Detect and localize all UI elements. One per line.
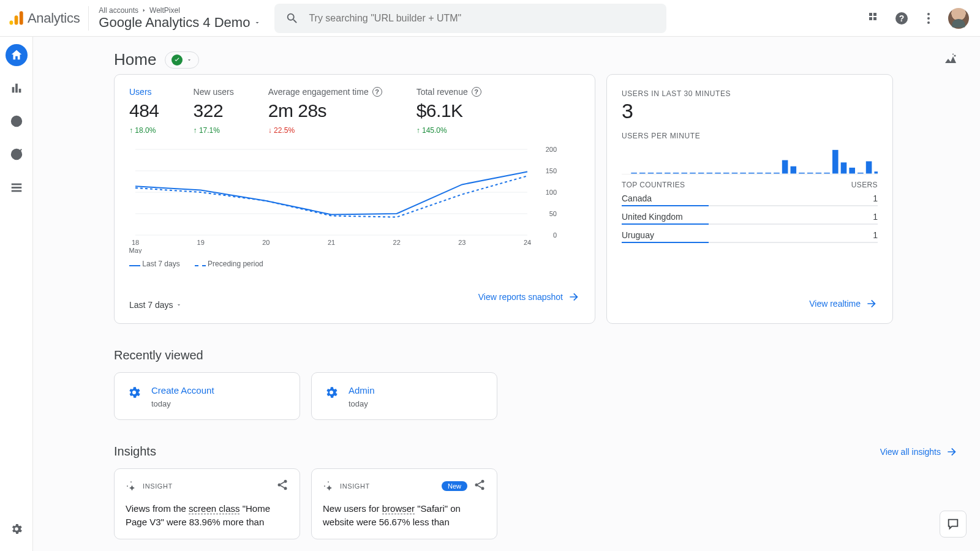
svg-rect-46 <box>673 173 679 173</box>
app-header: Analytics All accounts WeltPixel Google … <box>0 0 980 37</box>
svg-text:150: 150 <box>546 167 557 174</box>
country-row: Canada1 <box>622 189 878 205</box>
svg-point-81 <box>284 480 287 483</box>
svg-point-21 <box>954 54 956 56</box>
recently-viewed-card[interactable]: Admintoday <box>311 372 497 420</box>
nav-reports[interactable] <box>6 77 28 99</box>
chat-icon <box>946 517 960 531</box>
svg-rect-52 <box>723 173 729 173</box>
insight-card[interactable]: INSIGHT Views from the screen class "Hom… <box>114 468 300 539</box>
search-input[interactable] <box>309 13 655 24</box>
country-row: United Kingdom1 <box>622 208 878 223</box>
svg-text:22: 22 <box>393 239 401 246</box>
more-icon[interactable] <box>921 11 936 26</box>
rt-users-label: USERS IN LAST 30 MINUTES <box>622 89 878 98</box>
view-reports-snapshot-link[interactable]: View reports snapshot <box>478 291 580 303</box>
svg-rect-12 <box>12 87 14 92</box>
property-name: Google Analytics 4 Demo <box>99 15 250 31</box>
svg-rect-68 <box>832 173 839 173</box>
caret-down-icon <box>186 57 192 63</box>
svg-text:19: 19 <box>197 239 205 246</box>
insight-card[interactable]: INSIGHT New New users for browser "Safar… <box>311 468 497 539</box>
new-badge: New <box>442 481 467 491</box>
svg-rect-60 <box>782 173 788 173</box>
svg-rect-59 <box>782 160 788 173</box>
search-icon <box>285 12 299 25</box>
search-box[interactable] <box>274 4 666 33</box>
account-avatar[interactable] <box>948 8 969 29</box>
svg-rect-74 <box>866 161 872 173</box>
svg-text:0: 0 <box>553 231 557 239</box>
view-realtime-link[interactable]: View realtime <box>809 298 878 310</box>
page-title: Home <box>114 50 156 69</box>
svg-rect-62 <box>791 173 797 173</box>
svg-point-79 <box>130 481 132 482</box>
svg-text:20: 20 <box>262 239 270 246</box>
main-content: Home Users 484 ↑ 18.0%New users 322 ↑ 17… <box>33 37 980 551</box>
svg-rect-48 <box>690 173 696 173</box>
svg-text:?: ? <box>899 13 905 23</box>
svg-rect-43 <box>648 173 654 173</box>
svg-rect-65 <box>816 173 822 173</box>
svg-point-80 <box>127 485 128 487</box>
svg-point-82 <box>278 484 281 487</box>
svg-rect-13 <box>15 84 18 93</box>
svg-text:23: 23 <box>458 239 466 246</box>
svg-rect-45 <box>665 173 671 173</box>
svg-rect-54 <box>740 173 746 173</box>
nav-advertising[interactable] <box>6 143 28 165</box>
insights-sparkle-icon[interactable] <box>943 53 958 67</box>
svg-point-88 <box>475 484 478 487</box>
users-trend-chart: 05010015020018192021222324May <box>129 146 560 253</box>
svg-rect-71 <box>849 168 855 173</box>
recently-viewed-card[interactable]: Create Accounttoday <box>114 372 300 420</box>
nav-admin[interactable] <box>6 518 28 540</box>
svg-rect-66 <box>824 173 830 173</box>
svg-rect-61 <box>791 167 797 173</box>
svg-rect-49 <box>698 173 704 173</box>
users-per-minute-chart <box>622 146 878 174</box>
metric-average-engagement-time[interactable]: Average engagement time ? 2m 28s ↓ 22.5% <box>268 87 382 135</box>
svg-point-87 <box>481 480 484 483</box>
metric-total-revenue[interactable]: Total revenue ? $6.1K ↑ 145.0% <box>417 87 481 135</box>
logo-block[interactable]: Analytics <box>7 6 89 31</box>
rt-users-value: 3 <box>622 99 878 123</box>
top-countries-label: TOP COUNTRIES <box>622 181 685 189</box>
svg-rect-53 <box>732 173 738 173</box>
top-countries-users-label: USERS <box>851 181 878 189</box>
date-range-picker[interactable]: Last 7 days <box>129 300 182 310</box>
nav-explore[interactable] <box>6 110 28 132</box>
breadcrumb-account-name: WeltPixel <box>149 6 180 15</box>
svg-text:21: 21 <box>328 239 335 246</box>
svg-rect-51 <box>715 173 721 173</box>
svg-point-83 <box>284 487 287 490</box>
svg-rect-63 <box>799 173 805 173</box>
property-picker[interactable]: All accounts WeltPixel Google Analytics … <box>99 6 261 31</box>
rt-perminute-label: USERS PER MINUTE <box>622 132 878 140</box>
feedback-button[interactable] <box>940 511 967 538</box>
metric-new-users[interactable]: New users 322 ↑ 17.1% <box>194 87 234 135</box>
help-icon[interactable]: ? <box>894 11 909 26</box>
share-icon[interactable] <box>276 479 288 493</box>
sparkle-icon <box>323 481 334 492</box>
nav-home[interactable] <box>6 44 28 66</box>
status-check-icon <box>172 54 183 66</box>
status-pill[interactable] <box>165 51 199 69</box>
svg-point-22 <box>952 53 954 54</box>
metric-users[interactable]: Users 484 ↑ 18.0% <box>129 87 159 135</box>
arrow-right-icon <box>568 291 580 303</box>
share-icon[interactable] <box>473 479 486 493</box>
svg-rect-14 <box>18 89 21 92</box>
svg-point-10 <box>927 17 930 20</box>
gear-icon <box>324 385 339 408</box>
svg-point-9 <box>927 13 930 15</box>
svg-rect-3 <box>869 13 872 16</box>
view-all-insights-link[interactable]: View all insights <box>880 446 958 458</box>
svg-rect-50 <box>707 173 713 173</box>
svg-rect-2 <box>20 11 23 24</box>
svg-rect-70 <box>841 173 847 173</box>
apps-icon[interactable] <box>867 11 882 26</box>
svg-rect-5 <box>869 17 872 20</box>
svg-rect-19 <box>11 187 21 189</box>
nav-configure[interactable] <box>6 176 28 198</box>
